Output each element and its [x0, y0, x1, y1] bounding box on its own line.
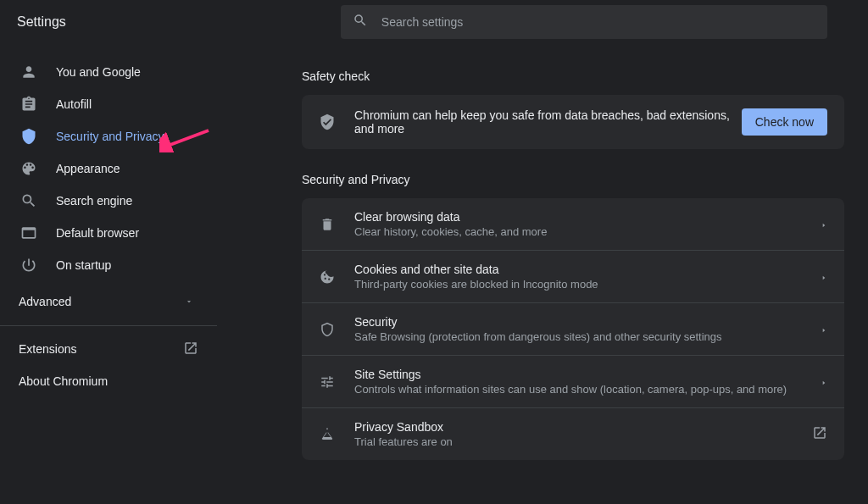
row-privacy-sandbox[interactable]: Privacy Sandbox Trial features are on: [302, 408, 844, 460]
row-title: Security: [354, 315, 821, 329]
browser-icon: [20, 224, 37, 241]
sidebar-item-on-startup[interactable]: On startup: [0, 249, 217, 281]
chevron-down-icon: [185, 295, 193, 308]
search-icon: [20, 192, 37, 209]
safety-check-text: Chromium can help keep you safe from dat…: [354, 108, 742, 136]
sidebar-item-about[interactable]: About Chromium: [0, 365, 217, 397]
open-external-icon: [183, 341, 198, 358]
sidebar-item-label: Search engine: [56, 194, 132, 208]
divider: [0, 325, 217, 326]
flask-icon: [319, 427, 336, 442]
advanced-label: Advanced: [19, 295, 71, 308]
chevron-right-icon: [821, 374, 827, 390]
sidebar-item-label: Default browser: [56, 226, 139, 240]
power-icon: [20, 257, 37, 274]
sidebar-item-label: On startup: [56, 258, 111, 272]
palette-icon: [20, 160, 37, 177]
clipboard-icon: [20, 96, 37, 113]
about-label: About Chromium: [19, 374, 108, 388]
row-subtitle: Third-party cookies are blocked in Incog…: [354, 278, 821, 291]
row-title: Clear browsing data: [354, 210, 821, 224]
sidebar: You and Google Autofill Security and Pri…: [0, 44, 217, 504]
sidebar-advanced-toggle[interactable]: Advanced: [0, 285, 217, 318]
row-clear-browsing-data[interactable]: Clear browsing data Clear history, cooki…: [302, 198, 844, 251]
sidebar-item-label: Security and Privacy: [56, 130, 164, 143]
sidebar-item-extensions[interactable]: Extensions: [0, 333, 217, 365]
row-title: Site Settings: [354, 368, 821, 381]
shield-icon: [20, 128, 37, 145]
row-subtitle: Trial features are on: [354, 435, 812, 448]
row-title: Cookies and other site data: [354, 263, 821, 276]
sidebar-item-security-privacy[interactable]: Security and Privacy: [0, 120, 217, 152]
row-security[interactable]: Security Safe Browsing (protection from …: [302, 303, 844, 356]
open-external-icon: [812, 425, 827, 444]
tune-icon: [319, 374, 336, 390]
sidebar-item-search-engine[interactable]: Search engine: [0, 185, 217, 217]
sidebar-item-label: Autofill: [56, 97, 92, 111]
sidebar-item-autofill[interactable]: Autofill: [0, 88, 217, 120]
security-privacy-card: Clear browsing data Clear history, cooki…: [302, 198, 844, 460]
search-icon: [353, 13, 368, 31]
safety-check-heading: Safety check: [302, 69, 844, 83]
main-content: Safety check Chromium can help keep you …: [302, 44, 868, 504]
search-box[interactable]: [341, 5, 827, 39]
safety-check-card: Chromium can help keep you safe from dat…: [302, 95, 844, 149]
sidebar-item-label: You and Google: [56, 65, 141, 79]
chevron-right-icon: [821, 269, 827, 285]
search-input[interactable]: [381, 15, 815, 29]
extensions-label: Extensions: [19, 342, 76, 356]
row-site-settings[interactable]: Site Settings Controls what information …: [302, 356, 844, 408]
sidebar-item-appearance[interactable]: Appearance: [0, 152, 217, 185]
shield-outline-icon: [319, 322, 336, 337]
row-subtitle: Controls what information sites can use …: [354, 383, 821, 396]
row-cookies[interactable]: Cookies and other site data Third-party …: [302, 251, 844, 303]
header: Settings: [0, 0, 868, 44]
chevron-right-icon: [821, 217, 827, 232]
chevron-right-icon: [821, 322, 827, 337]
security-privacy-heading: Security and Privacy: [302, 173, 844, 186]
sidebar-item-default-browser[interactable]: Default browser: [0, 217, 217, 249]
cookie-icon: [319, 269, 336, 285]
row-title: Privacy Sandbox: [354, 420, 812, 434]
check-now-button[interactable]: Check now: [742, 108, 827, 136]
page-title: Settings: [17, 14, 66, 30]
sidebar-item-you-and-google[interactable]: You and Google: [0, 56, 217, 88]
row-subtitle: Clear history, cookies, cache, and more: [354, 225, 821, 238]
person-icon: [20, 64, 37, 80]
shield-check-icon: [319, 114, 336, 130]
sidebar-item-label: Appearance: [56, 162, 120, 175]
row-subtitle: Safe Browsing (protection from dangerous…: [354, 330, 821, 343]
trash-icon: [319, 217, 336, 232]
